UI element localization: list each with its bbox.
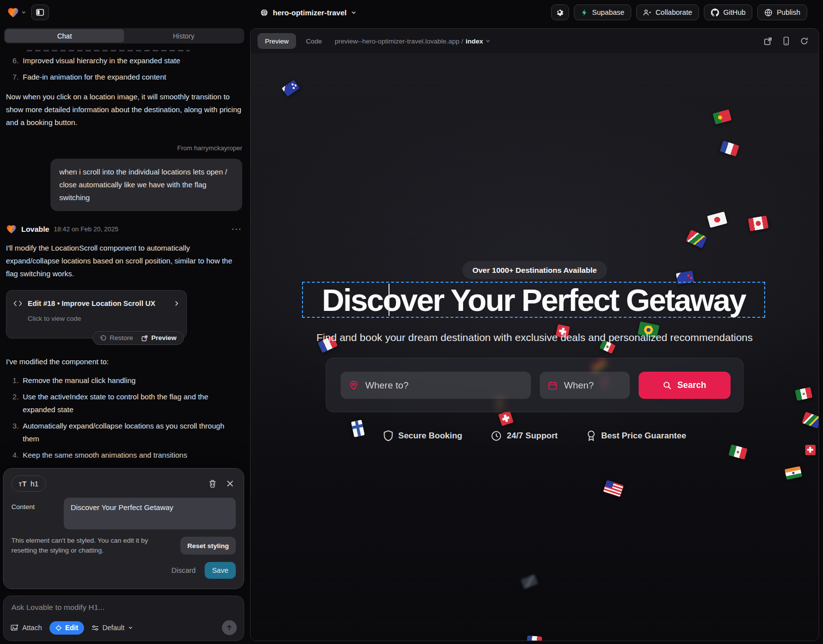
external-link-icon — [141, 335, 148, 342]
shield-icon — [383, 430, 393, 441]
tab-preview[interactable]: Preview — [258, 33, 296, 49]
france-flag — [720, 140, 739, 156]
lovable-heart-icon — [7, 6, 19, 19]
save-button[interactable]: Save — [205, 562, 236, 579]
project-selector[interactable]: hero-optimizer-travel — [260, 0, 356, 25]
send-button[interactable] — [222, 620, 237, 635]
search-icon — [663, 381, 672, 390]
assistant-paragraph: Now when you click on a location image, … — [6, 90, 242, 129]
edit-card-title: Edit #18 • Improve Location Scroll UX — [28, 297, 155, 310]
where-placeholder: Where to? — [365, 380, 409, 391]
lovable-heart-icon — [6, 224, 17, 235]
destinations-badge: Over 1000+ Destinations Available — [462, 261, 607, 279]
message-menu-button[interactable]: ··· — [232, 223, 242, 236]
award-icon — [586, 430, 596, 441]
feature-secure-booking: Secure Booking — [383, 430, 462, 441]
publish-button[interactable]: Publish — [757, 4, 807, 20]
chevron-right-icon — [173, 301, 179, 306]
assistant-name: Lovable — [21, 223, 49, 236]
australia-flag — [282, 80, 300, 96]
topbar: hero-optimizer-travel Supabase Collabora… — [0, 0, 823, 25]
assistant-paragraph: I'll modify the LocationScroll component… — [6, 242, 242, 280]
clipped-text-remnant — [27, 50, 190, 51]
where-input[interactable]: Where to? — [341, 372, 531, 399]
sidebar-toggle-button[interactable] — [31, 4, 49, 20]
mode-selector[interactable]: Default — [91, 624, 132, 632]
preview-url[interactable]: preview--hero-optimizer-travel.lovable.a… — [335, 38, 490, 45]
features-row: Secure Booking 24/7 Support Best Price G… — [251, 430, 819, 441]
lovable-logo[interactable] — [7, 6, 26, 19]
supabase-icon — [581, 9, 588, 16]
tab-code[interactable]: Code — [305, 33, 323, 49]
chevron-down-icon — [21, 10, 26, 15]
discard-button[interactable]: Discard — [172, 566, 196, 574]
h1-selection-outline[interactable]: Discover Your Perfect Getaway — [302, 282, 765, 318]
edit-card[interactable]: Edit #18 • Improve Location Scroll UX Cl… — [6, 290, 187, 339]
code-icon — [13, 300, 22, 307]
france-flag — [526, 635, 542, 641]
close-icon[interactable] — [226, 480, 234, 487]
chevron-down-icon — [128, 625, 133, 630]
settings-button[interactable] — [551, 4, 569, 20]
preview-pane: Preview Code preview--hero-optimizer-tra… — [250, 28, 819, 641]
gear-icon — [556, 8, 564, 17]
hero-heading[interactable]: Discover Your Perfect Getaway — [303, 283, 764, 317]
refresh-icon[interactable] — [800, 37, 808, 45]
list-item: Remove the manual click handling — [21, 374, 242, 387]
preview-button[interactable]: Preview — [141, 332, 176, 344]
assistant-list-top: Improved visual hierarchy in the expande… — [6, 54, 242, 84]
search-button[interactable]: Search — [639, 372, 731, 399]
trash-icon[interactable] — [209, 479, 217, 488]
restore-preview-pill: Restore Preview — [92, 331, 184, 345]
user-message-bubble: when i scroll into the individual locati… — [50, 159, 242, 211]
assistant-change-list: Remove the manual click handlingUse the … — [6, 374, 242, 478]
element-tag-pill[interactable]: TT h1 — [11, 475, 46, 492]
chat-input-placeholder[interactable]: Ask Lovable to modify H1... — [11, 603, 236, 612]
chevron-down-icon — [485, 39, 490, 43]
collaborate-button[interactable]: Collaborate — [636, 4, 699, 20]
india-flag — [784, 466, 802, 480]
collaborate-icon — [643, 9, 651, 16]
attach-button[interactable]: Attach — [10, 624, 42, 632]
image-icon — [10, 624, 19, 632]
publish-label: Publish — [777, 8, 800, 16]
tab-history[interactable]: History — [124, 29, 243, 43]
preview-viewport: Over 1000+ Destinations Available Discov… — [251, 53, 819, 641]
supabase-button[interactable]: Supabase — [574, 4, 631, 20]
open-in-new-tab-icon[interactable] — [764, 37, 772, 45]
assistant-paragraph: I've modified the component to: — [6, 355, 242, 368]
project-name: hero-optimizer-travel — [273, 8, 347, 17]
south-africa-flag — [686, 229, 707, 248]
assistant-message-header: Lovable 18:42 on Feb 20, 2025 ··· — [6, 223, 242, 236]
canada-flag — [748, 215, 769, 231]
supabase-label: Supabase — [592, 8, 624, 16]
edit-mode-button[interactable]: Edit — [49, 621, 84, 635]
sliders-icon — [91, 625, 99, 631]
content-label: Content — [11, 498, 64, 511]
text-caret — [389, 284, 390, 316]
tab-chat[interactable]: Chat — [5, 29, 124, 43]
panel-left-icon — [36, 8, 44, 17]
mexico-flag — [729, 444, 748, 459]
mobile-view-icon[interactable] — [783, 37, 789, 45]
restore-button[interactable]: Restore — [100, 332, 133, 344]
edit-card-subtitle: Click to view code — [28, 312, 179, 325]
feature-price-guarantee: Best Price Guarantee — [586, 430, 686, 441]
chat-input-box[interactable]: Ask Lovable to modify H1... Attach Edit — [3, 596, 244, 641]
collaborate-label: Collaborate — [655, 8, 692, 16]
element-tag: h1 — [31, 480, 39, 488]
restore-icon — [100, 335, 106, 342]
github-button[interactable]: GitHub — [704, 4, 752, 20]
preview-toolbar: Preview Code preview--hero-optimizer-tra… — [251, 29, 819, 53]
content-textarea[interactable]: Discover Your Perfect Getaway — [64, 498, 236, 529]
when-input[interactable]: When? — [540, 372, 630, 399]
feature-support: 24/7 Support — [491, 430, 558, 441]
list-item: Keep the same smooth animations and tran… — [21, 449, 242, 462]
publish-globe-icon — [764, 8, 773, 17]
reset-styling-button[interactable]: Reset styling — [180, 537, 236, 555]
portugal-flag — [713, 109, 732, 124]
chat-history-tabs: Chat History — [4, 28, 244, 43]
text-size-icon: TT — [19, 480, 27, 487]
calendar-icon — [548, 381, 558, 390]
list-item: Fade-in animation for the expanded conte… — [21, 71, 242, 84]
